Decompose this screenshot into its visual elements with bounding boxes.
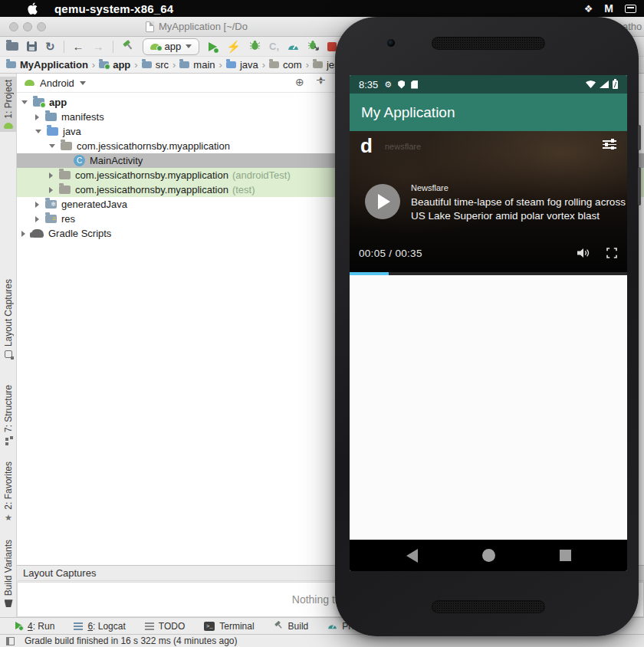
fullscreen-icon[interactable]: [606, 248, 617, 261]
toggle-toolwindows-icon[interactable]: [6, 637, 15, 645]
debug-button[interactable]: [249, 39, 261, 54]
breadcrumb-item-java[interactable]: java: [226, 59, 258, 71]
quality-settings-icon[interactable]: [603, 140, 616, 149]
project-icon: [6, 61, 16, 68]
tool-tab-run[interactable]: 4: Run: [15, 621, 54, 632]
generated-folder-icon: [45, 200, 57, 209]
profiler-gauge-icon: [327, 621, 337, 632]
collapsed-arrow-icon[interactable]: [49, 187, 53, 193]
logcat-icon: [74, 622, 83, 630]
build-project-button[interactable]: [122, 39, 134, 54]
collapsed-arrow-icon[interactable]: [49, 172, 53, 179]
chevron-down-icon: [186, 44, 192, 48]
collapse-all-icon[interactable]: ▲▼: [317, 76, 325, 84]
video-channel: Newsflare: [411, 183, 449, 192]
breadcrumb-item-app[interactable]: app: [99, 59, 130, 71]
tool-tab-build-variants[interactable]: Build Variants: [0, 537, 17, 610]
scope-suffix: (androidTest): [232, 169, 291, 181]
resource-folder-icon: [45, 215, 57, 223]
close-window-button[interactable]: [9, 22, 18, 31]
dropbox-menu-icon[interactable]: ❖: [584, 4, 593, 14]
class-icon: C: [74, 155, 85, 166]
chevron-down-icon[interactable]: [80, 81, 86, 85]
active-app-name[interactable]: qemu-system-x86_64: [54, 2, 173, 15]
save-all-button[interactable]: [27, 41, 37, 51]
run-with-coverage-icon[interactable]: C,: [269, 41, 279, 52]
run-configuration-select[interactable]: app: [143, 38, 200, 55]
video-player[interactable]: d newsflare Newsflare Beautiful time-lap…: [350, 131, 627, 272]
project-view-selector[interactable]: Android: [40, 77, 74, 89]
structure-icon: [5, 438, 8, 441]
package-icon: [61, 142, 72, 150]
collapsed-arrow-icon[interactable]: [21, 231, 25, 237]
front-camera: [387, 39, 395, 47]
collapsed-arrow-icon[interactable]: [35, 114, 39, 120]
expanded-arrow-icon[interactable]: [49, 144, 55, 148]
expanded-arrow-icon[interactable]: [21, 100, 28, 104]
sd-card-icon: [411, 80, 418, 89]
zoom-window-button[interactable]: [37, 22, 46, 31]
tool-tab-todo[interactable]: TODO: [145, 621, 185, 632]
attach-debugger-button[interactable]: [307, 39, 319, 54]
folder-icon: [45, 113, 57, 121]
run-button[interactable]: [208, 41, 218, 52]
open-file-button[interactable]: [6, 42, 18, 51]
android-module-icon: [150, 44, 160, 50]
app-content-area: [350, 275, 627, 540]
earpiece-speaker: [432, 37, 545, 50]
tool-tab-project[interactable]: 1: Project: [0, 77, 17, 132]
folder-icon: [47, 127, 58, 136]
left-tool-stripe: 1: Project Layout Captures 7: Structure …: [0, 74, 17, 617]
clock: 8:35: [359, 79, 378, 90]
tool-tab-terminal[interactable]: >_ Terminal: [204, 621, 254, 632]
package-icon: [269, 61, 279, 68]
package-icon: [313, 61, 323, 68]
breadcrumb-item-main[interactable]: main: [179, 59, 215, 71]
tool-tab-layout-captures[interactable]: Layout Captures: [0, 276, 17, 361]
run-configuration-label: app: [165, 41, 182, 52]
breadcrumb-item-com[interactable]: com: [269, 59, 302, 71]
desktop: { "menu_bar": { "app_name": "qemu-system…: [0, 0, 644, 647]
power-button[interactable]: [638, 125, 641, 150]
folder-icon: [179, 61, 189, 68]
window-title: MyApplication [~/Do: [159, 21, 248, 32]
breadcrumb-chevron: ›: [92, 59, 95, 71]
collapsed-arrow-icon[interactable]: [35, 202, 39, 208]
terminal-icon: >_: [204, 622, 215, 631]
minimize-window-button[interactable]: [23, 22, 32, 31]
forward-button[interactable]: →: [93, 41, 104, 52]
home-nav-button[interactable]: [482, 549, 495, 562]
tool-tab-favorites[interactable]: 2: Favorites ★: [0, 458, 17, 525]
recents-nav-button[interactable]: [560, 550, 571, 561]
volume-button[interactable]: [638, 167, 641, 205]
module-icon: [99, 61, 109, 68]
video-title-line2: US Lake Superior amid polar vortex blast: [411, 210, 600, 222]
build-hammer-icon: [274, 620, 284, 632]
back-nav-button[interactable]: [406, 549, 418, 563]
settings-gear-icon[interactable]: ⊕: [295, 77, 304, 87]
apply-changes-icon[interactable]: ⚡: [226, 41, 241, 52]
app-title: My Application: [361, 104, 455, 121]
tool-tab-logcat[interactable]: 6: Logcat: [74, 621, 125, 632]
collapsed-arrow-icon[interactable]: [35, 216, 39, 222]
apple-menu-icon[interactable]: [28, 2, 38, 15]
malwarebytes-menu-icon[interactable]: M: [604, 2, 613, 15]
profile-app-button[interactable]: [288, 40, 299, 54]
breadcrumb-item-src[interactable]: src: [142, 59, 169, 71]
tool-tab-structure[interactable]: 7: Structure: [0, 382, 17, 448]
device-menu-icon[interactable]: [625, 5, 636, 13]
sync-button[interactable]: ↻: [45, 41, 55, 52]
video-progress-bar[interactable]: [350, 272, 627, 275]
scope-suffix: (test): [232, 184, 255, 195]
expanded-arrow-icon[interactable]: [35, 130, 41, 133]
back-button[interactable]: ←: [73, 41, 84, 52]
folder-icon: [142, 61, 152, 68]
play-button[interactable]: [365, 184, 400, 219]
package-icon: [59, 171, 71, 179]
battery-icon: [613, 80, 618, 89]
tool-tab-build[interactable]: Build: [274, 620, 309, 632]
breadcrumb-item-project[interactable]: MyApplication: [6, 59, 88, 71]
volume-icon[interactable]: [577, 248, 590, 261]
document-icon: [146, 21, 154, 32]
todo-icon: [145, 622, 154, 630]
